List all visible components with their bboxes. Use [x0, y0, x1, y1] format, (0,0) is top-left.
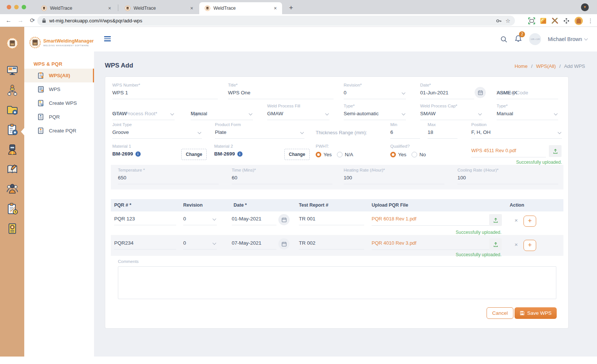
tab-close-icon[interactable]: ×	[107, 5, 113, 11]
pqr-date-input[interactable]: 01-May-2021	[232, 216, 276, 225]
browser-tab-1[interactable]: WeldTrace ×	[36, 2, 116, 14]
sidebar-item-create-wps[interactable]: Create WPS	[24, 96, 94, 110]
comments-input[interactable]	[118, 266, 556, 299]
breadcrumb-home[interactable]: Home	[515, 63, 528, 69]
address-bar[interactable]: wt-mig.herokuapp.com/#/wps&pqr/add-wps ☆	[37, 16, 515, 26]
type-cap-select[interactable]: Manual	[497, 111, 558, 120]
qualified-yes-radio[interactable]: Yes	[390, 152, 406, 157]
bookmark-star-icon[interactable]: ☆	[506, 18, 510, 24]
team-icon[interactable]	[6, 183, 18, 195]
book-pencil-icon[interactable]	[6, 163, 18, 175]
welding-code-input[interactable]: Welding Code ASME IX	[497, 90, 558, 99]
rail-logo[interactable]	[6, 37, 18, 49]
pwht-yes-radio[interactable]: Yes	[316, 152, 332, 157]
revision-select[interactable]: 0	[344, 90, 406, 99]
org-chart-icon[interactable]	[6, 84, 18, 96]
test-report-input[interactable]: TR 002	[299, 240, 364, 250]
product-form-select[interactable]: Plate	[215, 129, 304, 139]
weld-process-fill-select[interactable]: GMAW	[267, 111, 329, 120]
heating-rate-input[interactable]: 100	[344, 175, 444, 184]
dashboard-monitor-icon[interactable]	[6, 65, 18, 76]
browser-menu-icon[interactable]: ⋮	[588, 18, 593, 24]
pqr-date-input[interactable]: 07-May-2021	[232, 240, 276, 250]
pqr-number-input[interactable]: PQR 123	[114, 216, 176, 225]
save-wps-button[interactable]: Save WPS	[515, 307, 557, 319]
pqr-file-name[interactable]: PQR 4010 Rev 3.pdf	[372, 240, 489, 250]
clipboard-clock-icon[interactable]	[6, 203, 18, 215]
cancel-button[interactable]: Cancel	[487, 307, 513, 319]
browser-profile-avatar[interactable]	[575, 17, 583, 25]
pqr-number-input[interactable]: PQR234	[114, 240, 176, 250]
brand-logo[interactable]: SmartWeldingManager WELDING MANAGEMENT S…	[29, 37, 94, 48]
crossed-tools-extension-icon[interactable]	[551, 18, 558, 24]
info-icon[interactable]: i	[135, 151, 141, 157]
time-input[interactable]: 60	[232, 175, 332, 184]
temperature-input[interactable]: 650	[118, 175, 219, 184]
folder-settings-icon[interactable]	[6, 104, 18, 116]
hamburger-menu-icon[interactable]	[104, 36, 111, 41]
info-icon[interactable]: i	[237, 151, 243, 157]
pqr-revision-select[interactable]: 0	[183, 216, 217, 225]
joint-type-select[interactable]: Groove	[112, 129, 202, 139]
reload-button[interactable]: ⟳	[28, 16, 37, 25]
extensions-puzzle-icon[interactable]	[563, 18, 570, 24]
pqr-upload-button[interactable]	[489, 214, 502, 226]
cooling-rate-input[interactable]: 100	[457, 175, 558, 184]
sidebar-item-create-pqr[interactable]: Create PQR	[24, 124, 94, 138]
new-tab-button[interactable]: +	[286, 3, 296, 13]
weld-process-root-select[interactable]: Weld Process Root* GTAW	[112, 111, 175, 120]
type-root-select[interactable]: Type* Manual	[191, 111, 253, 120]
material2-change-button[interactable]: Change	[284, 149, 310, 160]
add-row-button[interactable]: +	[523, 216, 536, 227]
pqr-revision-select[interactable]: 0	[183, 240, 217, 250]
remove-row-icon[interactable]: ×	[515, 217, 518, 223]
browser-tab-3-active[interactable]: WeldTrace ×	[199, 2, 282, 14]
pqr-file-name[interactable]: PQR 6018 Rev 1.pdf	[372, 216, 489, 226]
browser-toolbar: ← → ⟳ wt-mig.herokuapp.com/#/wps&pqr/add…	[0, 14, 597, 27]
welder-icon[interactable]	[6, 144, 18, 156]
material1-change-button[interactable]: Change	[181, 149, 207, 160]
max-input[interactable]: 18	[428, 129, 457, 139]
test-report-input[interactable]: TR 001	[299, 216, 364, 225]
add-row-button[interactable]: +	[523, 240, 536, 251]
wps-pqr-clipboard-icon[interactable]	[6, 124, 18, 136]
min-input[interactable]: 6	[390, 129, 420, 139]
browser-tab-2[interactable]: WeldTrace ×	[119, 2, 199, 14]
maximize-window-button[interactable]	[22, 5, 26, 9]
weld-process-cap-select[interactable]: SMAW	[420, 111, 482, 120]
url-text[interactable]: wt-mig.herokuapp.com/#/wps&pqr/add-wps	[49, 18, 492, 23]
type-fill-select[interactable]: Semi-automatic	[344, 111, 406, 120]
user-menu[interactable]: Michael Brown	[548, 36, 587, 42]
user-avatar[interactable]: 128 x 128	[529, 33, 541, 45]
back-button[interactable]: ←	[4, 16, 13, 25]
breadcrumb-wps-all[interactable]: WPS(All)	[536, 63, 556, 69]
date-calendar-button[interactable]	[475, 87, 486, 98]
date-input[interactable]: 01-Jun-2021	[420, 90, 474, 99]
remove-row-icon[interactable]: ×	[515, 241, 518, 248]
sidebar-item-wps-all[interactable]: WPS(All)	[24, 69, 94, 82]
position-select[interactable]: F, H, OH	[471, 129, 562, 139]
tab-search-button[interactable]: ▼	[581, 3, 589, 11]
certificate-icon[interactable]	[6, 223, 18, 235]
sidebar-item-pqr[interactable]: PQR	[24, 110, 94, 124]
qualified-no-radio[interactable]: No	[412, 152, 426, 157]
tab-close-icon[interactable]: ×	[272, 5, 278, 11]
password-key-icon[interactable]	[496, 18, 502, 24]
tab-close-icon[interactable]: ×	[189, 5, 195, 11]
search-icon[interactable]	[500, 36, 507, 43]
pqr-date-calendar-button[interactable]	[278, 238, 290, 250]
title-input[interactable]: WPS One	[228, 90, 334, 99]
screen-capture-extension-icon[interactable]	[528, 18, 535, 24]
minimize-window-button[interactable]	[14, 5, 19, 9]
sidebar-item-wps[interactable]: WPS	[24, 82, 94, 96]
pqr-date-calendar-button[interactable]	[278, 214, 290, 225]
wps-file-name[interactable]: WPS 4511 Rev 0.pdf	[471, 148, 546, 157]
orange-extension-icon[interactable]	[540, 18, 547, 24]
pqr-upload-button[interactable]	[489, 238, 502, 250]
wps-file-upload-button[interactable]	[549, 145, 562, 157]
pwht-na-radio[interactable]: N/A	[337, 152, 353, 157]
wps-number-input[interactable]: WPS 1	[112, 90, 218, 99]
notifications-button[interactable]: 2	[514, 34, 522, 44]
window-controls[interactable]	[7, 5, 26, 9]
close-window-button[interactable]	[7, 5, 11, 9]
